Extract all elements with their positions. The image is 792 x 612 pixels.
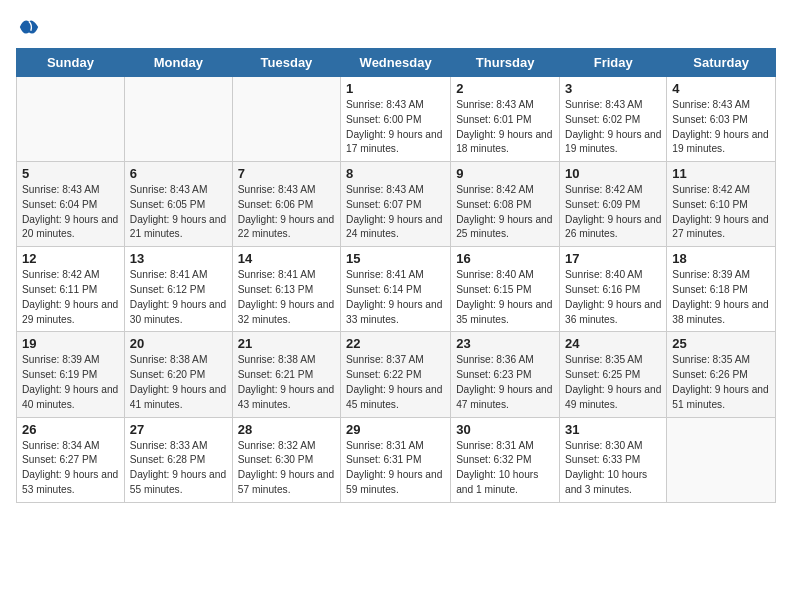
weekday-header-friday: Friday <box>560 49 667 77</box>
day-detail: Sunrise: 8:42 AM Sunset: 6:10 PM Dayligh… <box>672 183 770 242</box>
logo <box>16 16 40 38</box>
day-number: 29 <box>346 422 445 437</box>
calendar-cell: 7Sunrise: 8:43 AM Sunset: 6:06 PM Daylig… <box>232 162 340 247</box>
header <box>16 16 776 38</box>
day-number: 15 <box>346 251 445 266</box>
day-detail: Sunrise: 8:39 AM Sunset: 6:18 PM Dayligh… <box>672 268 770 327</box>
calendar-cell: 1Sunrise: 8:43 AM Sunset: 6:00 PM Daylig… <box>341 77 451 162</box>
day-detail: Sunrise: 8:43 AM Sunset: 6:01 PM Dayligh… <box>456 98 554 157</box>
day-number: 10 <box>565 166 661 181</box>
calendar-table: SundayMondayTuesdayWednesdayThursdayFrid… <box>16 48 776 503</box>
day-detail: Sunrise: 8:31 AM Sunset: 6:31 PM Dayligh… <box>346 439 445 498</box>
day-number: 16 <box>456 251 554 266</box>
day-number: 11 <box>672 166 770 181</box>
calendar-cell: 11Sunrise: 8:42 AM Sunset: 6:10 PM Dayli… <box>667 162 776 247</box>
day-detail: Sunrise: 8:42 AM Sunset: 6:09 PM Dayligh… <box>565 183 661 242</box>
calendar-cell: 16Sunrise: 8:40 AM Sunset: 6:15 PM Dayli… <box>451 247 560 332</box>
page-container: SundayMondayTuesdayWednesdayThursdayFrid… <box>0 0 792 511</box>
day-detail: Sunrise: 8:35 AM Sunset: 6:25 PM Dayligh… <box>565 353 661 412</box>
calendar-cell: 19Sunrise: 8:39 AM Sunset: 6:19 PM Dayli… <box>17 332 125 417</box>
day-number: 18 <box>672 251 770 266</box>
day-number: 17 <box>565 251 661 266</box>
day-number: 23 <box>456 336 554 351</box>
week-row-5: 26Sunrise: 8:34 AM Sunset: 6:27 PM Dayli… <box>17 417 776 502</box>
calendar-cell: 29Sunrise: 8:31 AM Sunset: 6:31 PM Dayli… <box>341 417 451 502</box>
day-detail: Sunrise: 8:40 AM Sunset: 6:15 PM Dayligh… <box>456 268 554 327</box>
day-number: 3 <box>565 81 661 96</box>
calendar-cell: 15Sunrise: 8:41 AM Sunset: 6:14 PM Dayli… <box>341 247 451 332</box>
day-number: 24 <box>565 336 661 351</box>
day-number: 8 <box>346 166 445 181</box>
day-number: 1 <box>346 81 445 96</box>
day-detail: Sunrise: 8:34 AM Sunset: 6:27 PM Dayligh… <box>22 439 119 498</box>
calendar-cell: 31Sunrise: 8:30 AM Sunset: 6:33 PM Dayli… <box>560 417 667 502</box>
weekday-header-tuesday: Tuesday <box>232 49 340 77</box>
weekday-header-monday: Monday <box>124 49 232 77</box>
day-detail: Sunrise: 8:43 AM Sunset: 6:02 PM Dayligh… <box>565 98 661 157</box>
calendar-cell <box>667 417 776 502</box>
day-detail: Sunrise: 8:32 AM Sunset: 6:30 PM Dayligh… <box>238 439 335 498</box>
calendar-cell: 14Sunrise: 8:41 AM Sunset: 6:13 PM Dayli… <box>232 247 340 332</box>
day-detail: Sunrise: 8:43 AM Sunset: 6:03 PM Dayligh… <box>672 98 770 157</box>
day-detail: Sunrise: 8:43 AM Sunset: 6:06 PM Dayligh… <box>238 183 335 242</box>
weekday-header-wednesday: Wednesday <box>341 49 451 77</box>
calendar-cell <box>17 77 125 162</box>
calendar-cell: 2Sunrise: 8:43 AM Sunset: 6:01 PM Daylig… <box>451 77 560 162</box>
day-number: 19 <box>22 336 119 351</box>
day-detail: Sunrise: 8:43 AM Sunset: 6:00 PM Dayligh… <box>346 98 445 157</box>
day-number: 4 <box>672 81 770 96</box>
calendar-cell: 22Sunrise: 8:37 AM Sunset: 6:22 PM Dayli… <box>341 332 451 417</box>
day-number: 14 <box>238 251 335 266</box>
day-detail: Sunrise: 8:43 AM Sunset: 6:05 PM Dayligh… <box>130 183 227 242</box>
week-row-2: 5Sunrise: 8:43 AM Sunset: 6:04 PM Daylig… <box>17 162 776 247</box>
day-number: 7 <box>238 166 335 181</box>
logo-icon <box>18 16 40 38</box>
calendar-cell <box>232 77 340 162</box>
day-number: 13 <box>130 251 227 266</box>
day-number: 25 <box>672 336 770 351</box>
calendar-cell: 8Sunrise: 8:43 AM Sunset: 6:07 PM Daylig… <box>341 162 451 247</box>
day-detail: Sunrise: 8:40 AM Sunset: 6:16 PM Dayligh… <box>565 268 661 327</box>
day-detail: Sunrise: 8:39 AM Sunset: 6:19 PM Dayligh… <box>22 353 119 412</box>
day-detail: Sunrise: 8:37 AM Sunset: 6:22 PM Dayligh… <box>346 353 445 412</box>
day-detail: Sunrise: 8:30 AM Sunset: 6:33 PM Dayligh… <box>565 439 661 498</box>
calendar-cell: 20Sunrise: 8:38 AM Sunset: 6:20 PM Dayli… <box>124 332 232 417</box>
day-detail: Sunrise: 8:43 AM Sunset: 6:07 PM Dayligh… <box>346 183 445 242</box>
calendar-cell: 25Sunrise: 8:35 AM Sunset: 6:26 PM Dayli… <box>667 332 776 417</box>
calendar-cell <box>124 77 232 162</box>
calendar-cell: 27Sunrise: 8:33 AM Sunset: 6:28 PM Dayli… <box>124 417 232 502</box>
weekday-header-sunday: Sunday <box>17 49 125 77</box>
day-number: 9 <box>456 166 554 181</box>
calendar-cell: 12Sunrise: 8:42 AM Sunset: 6:11 PM Dayli… <box>17 247 125 332</box>
week-row-4: 19Sunrise: 8:39 AM Sunset: 6:19 PM Dayli… <box>17 332 776 417</box>
calendar-cell: 10Sunrise: 8:42 AM Sunset: 6:09 PM Dayli… <box>560 162 667 247</box>
day-detail: Sunrise: 8:41 AM Sunset: 6:13 PM Dayligh… <box>238 268 335 327</box>
calendar-cell: 21Sunrise: 8:38 AM Sunset: 6:21 PM Dayli… <box>232 332 340 417</box>
calendar-cell: 24Sunrise: 8:35 AM Sunset: 6:25 PM Dayli… <box>560 332 667 417</box>
day-detail: Sunrise: 8:36 AM Sunset: 6:23 PM Dayligh… <box>456 353 554 412</box>
day-number: 22 <box>346 336 445 351</box>
day-detail: Sunrise: 8:38 AM Sunset: 6:20 PM Dayligh… <box>130 353 227 412</box>
day-detail: Sunrise: 8:43 AM Sunset: 6:04 PM Dayligh… <box>22 183 119 242</box>
day-detail: Sunrise: 8:41 AM Sunset: 6:12 PM Dayligh… <box>130 268 227 327</box>
day-detail: Sunrise: 8:31 AM Sunset: 6:32 PM Dayligh… <box>456 439 554 498</box>
day-number: 31 <box>565 422 661 437</box>
day-number: 5 <box>22 166 119 181</box>
calendar-cell: 28Sunrise: 8:32 AM Sunset: 6:30 PM Dayli… <box>232 417 340 502</box>
calendar-cell: 13Sunrise: 8:41 AM Sunset: 6:12 PM Dayli… <box>124 247 232 332</box>
calendar-cell: 9Sunrise: 8:42 AM Sunset: 6:08 PM Daylig… <box>451 162 560 247</box>
calendar-cell: 6Sunrise: 8:43 AM Sunset: 6:05 PM Daylig… <box>124 162 232 247</box>
day-detail: Sunrise: 8:33 AM Sunset: 6:28 PM Dayligh… <box>130 439 227 498</box>
day-number: 30 <box>456 422 554 437</box>
day-number: 6 <box>130 166 227 181</box>
weekday-header-row: SundayMondayTuesdayWednesdayThursdayFrid… <box>17 49 776 77</box>
day-number: 27 <box>130 422 227 437</box>
weekday-header-saturday: Saturday <box>667 49 776 77</box>
day-detail: Sunrise: 8:42 AM Sunset: 6:08 PM Dayligh… <box>456 183 554 242</box>
calendar-cell: 5Sunrise: 8:43 AM Sunset: 6:04 PM Daylig… <box>17 162 125 247</box>
day-detail: Sunrise: 8:38 AM Sunset: 6:21 PM Dayligh… <box>238 353 335 412</box>
day-number: 21 <box>238 336 335 351</box>
day-detail: Sunrise: 8:35 AM Sunset: 6:26 PM Dayligh… <box>672 353 770 412</box>
day-number: 20 <box>130 336 227 351</box>
calendar-cell: 18Sunrise: 8:39 AM Sunset: 6:18 PM Dayli… <box>667 247 776 332</box>
